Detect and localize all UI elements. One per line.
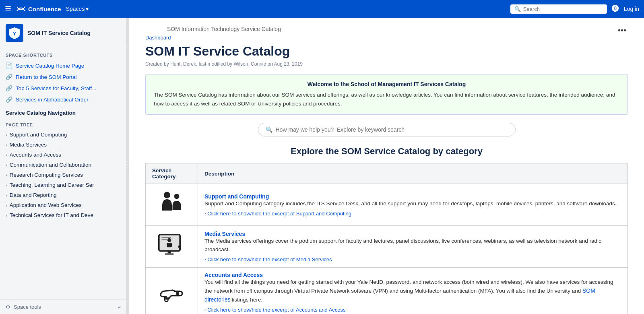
space-logo: Y xyxy=(6,24,23,42)
hamburger-icon[interactable]: ☰ xyxy=(5,4,11,13)
page-top-title: SOM Information Technology Service Catal… xyxy=(145,26,303,32)
breadcrumb[interactable]: Dashboard xyxy=(145,35,303,41)
category-desc-cell-media: Media Services The Media services offeri… xyxy=(198,226,628,268)
tree-item-application-web[interactable]: › Application and Web Services xyxy=(0,200,126,210)
explore-heading: Explore the SOM Service Catalog by categ… xyxy=(145,146,628,157)
page-layout: Y SOM IT Service Catalog SPACE SHORTCUTS… xyxy=(0,18,644,314)
table-row: Media Services The Media services offeri… xyxy=(146,226,628,268)
sidebar-item-top5-services[interactable]: 🔗 Top 5 Services for Faculty, Staff... xyxy=(0,83,126,94)
shortcuts-heading: SPACE SHORTCUTS xyxy=(0,47,126,60)
more-options-button[interactable]: ••• xyxy=(616,26,628,35)
media-services-desc: The Media services offerings cover the p… xyxy=(204,237,621,254)
table-row: Support and Computing Support and Comput… xyxy=(146,184,628,226)
confluence-icon xyxy=(16,4,26,14)
help-icon: ⓿ xyxy=(612,5,619,13)
tree-item-support-computing[interactable]: › Support and Computing xyxy=(0,130,126,140)
table-row: Accounts and Access You will find all th… xyxy=(146,268,628,314)
svg-rect-8 xyxy=(161,239,168,240)
chevron-right-icon-2: › xyxy=(6,143,7,147)
category-icon-cell-support xyxy=(146,184,198,226)
welcome-box: Welcome to the School of Management IT S… xyxy=(145,74,628,115)
tree-item-media-services[interactable]: › Media Services xyxy=(0,140,126,150)
media-services-icon xyxy=(156,230,188,262)
col-description: Description xyxy=(198,163,628,184)
svg-point-5 xyxy=(167,238,171,242)
chevron-right-icon-6: › xyxy=(6,183,7,188)
category-desc-cell-support: Support and Computing Support and Comput… xyxy=(198,184,628,226)
tree-item-technical-services[interactable]: › Technical Services for IT and Deve xyxy=(0,210,126,220)
tree-item-communication[interactable]: › Communication and Collaboration xyxy=(0,160,126,170)
media-services-link[interactable]: Media Services xyxy=(204,231,245,237)
accounts-access-icon xyxy=(156,276,188,308)
expand-arrow-icon-2: › xyxy=(204,257,206,262)
svg-point-1 xyxy=(164,192,170,198)
svg-rect-10 xyxy=(165,254,173,255)
tree-item-accounts-access[interactable]: › Accounts and Access xyxy=(0,150,126,160)
catalog-search-box[interactable]: 🔍 xyxy=(258,123,516,136)
sidebar-logo-area: Y SOM IT Service Catalog xyxy=(0,18,126,47)
col-service-category: Service Category xyxy=(146,163,198,184)
catalog-search-input[interactable] xyxy=(276,126,508,133)
link-icon-2: 🔗 xyxy=(6,85,12,91)
space-tools-icon: ⚙ xyxy=(6,304,10,310)
page-tree-heading: PAGE TREE xyxy=(0,118,126,130)
confluence-logo: Confluence xyxy=(16,4,61,14)
page-meta: Created by Hunt, Derek, last modified by… xyxy=(145,61,303,67)
accounts-access-link[interactable]: Accounts and Access xyxy=(204,272,263,278)
tree-item-data-reporting[interactable]: › Data and Reporting xyxy=(0,190,126,200)
top-search-input[interactable] xyxy=(523,6,603,12)
catalog-search-icon: 🔍 xyxy=(266,126,272,133)
confluence-logo-text: Confluence xyxy=(28,6,61,12)
welcome-title: Welcome to the School of Management IT S… xyxy=(154,81,619,87)
chevron-right-icon-9: › xyxy=(6,213,7,218)
chevron-right-icon-5: › xyxy=(6,173,7,178)
welcome-body: The SOM Service Catalog has information … xyxy=(154,91,619,108)
shield-icon: Y xyxy=(8,27,21,39)
svg-rect-6 xyxy=(167,243,172,247)
sidebar-item-alphabetical[interactable]: 🔗 Services in Alphabetical Order xyxy=(0,94,126,105)
search-icon: 🔍 xyxy=(514,6,521,12)
sidebar-item-service-catalog-home[interactable]: 📄 Service Catalog Home Page xyxy=(0,60,126,71)
support-computing-icon xyxy=(156,188,188,220)
svg-point-2 xyxy=(174,194,179,199)
spaces-button[interactable]: Spaces ▾ xyxy=(66,6,89,12)
category-icon-cell-accounts xyxy=(146,268,198,314)
svg-point-11 xyxy=(176,292,179,295)
support-computing-desc: Support and Computing category includes … xyxy=(204,200,621,208)
collapse-sidebar-button[interactable]: « xyxy=(118,304,121,310)
top-search-box[interactable]: 🔍 xyxy=(510,4,607,14)
expand-arrow-icon: › xyxy=(204,211,206,216)
catalog-search-area: 🔍 xyxy=(145,123,628,136)
category-icon-cell-media xyxy=(146,226,198,268)
support-computing-link[interactable]: Support and Computing xyxy=(204,193,269,200)
chevron-right-icon-7: › xyxy=(6,193,7,198)
sidebar-space-title: SOM IT Service Catalog xyxy=(27,30,91,36)
tree-item-research-computing[interactable]: › Research Computing Services xyxy=(0,170,126,180)
login-button[interactable]: Log in xyxy=(624,6,639,12)
link-icon: 🔗 xyxy=(6,74,12,80)
svg-text:Y: Y xyxy=(13,31,16,37)
sidebar: Y SOM IT Service Catalog SPACE SHORTCUTS… xyxy=(0,18,127,314)
main-content: SOM Information Technology Service Catal… xyxy=(129,18,644,314)
top-navigation: ☰ Confluence Spaces ▾ 🔍 ⓿ Log in xyxy=(0,0,644,18)
media-services-expand[interactable]: › Click here to show/hide the excerpt of… xyxy=(204,256,621,262)
accounts-access-desc: You will find all the things you need fo… xyxy=(204,278,621,304)
sidebar-item-return-som-portal[interactable]: 🔗 Return to the SOM Portal xyxy=(0,71,126,83)
tree-item-teaching-learning[interactable]: › Teaching, Learning and Career Ser xyxy=(0,180,126,190)
expand-arrow-icon-3: › xyxy=(204,308,206,312)
chevron-down-icon: ▾ xyxy=(86,6,89,12)
svg-rect-9 xyxy=(167,251,171,253)
page-header-row: SOM Information Technology Service Catal… xyxy=(145,26,628,74)
document-icon: 📄 xyxy=(6,62,12,69)
support-computing-expand[interactable]: › Click here to show/hide the excerpt of… xyxy=(204,211,621,217)
chevron-right-icon-3: › xyxy=(6,153,7,157)
catalog-table: Service Category Description xyxy=(145,163,628,314)
help-button[interactable]: ⓿ xyxy=(612,5,619,13)
sidebar-bottom: ⚙ Space tools « xyxy=(0,300,126,314)
link-icon-3: 🔗 xyxy=(6,96,12,103)
accounts-access-expand[interactable]: › Click here to show/hide the excerpt of… xyxy=(204,307,621,313)
sidebar-nav-label: Service Catalog Navigation xyxy=(0,105,126,118)
category-desc-cell-accounts: Accounts and Access You will find all th… xyxy=(198,268,628,314)
page-title: SOM IT Service Catalog xyxy=(145,44,303,59)
chevron-right-icon: › xyxy=(6,132,7,137)
